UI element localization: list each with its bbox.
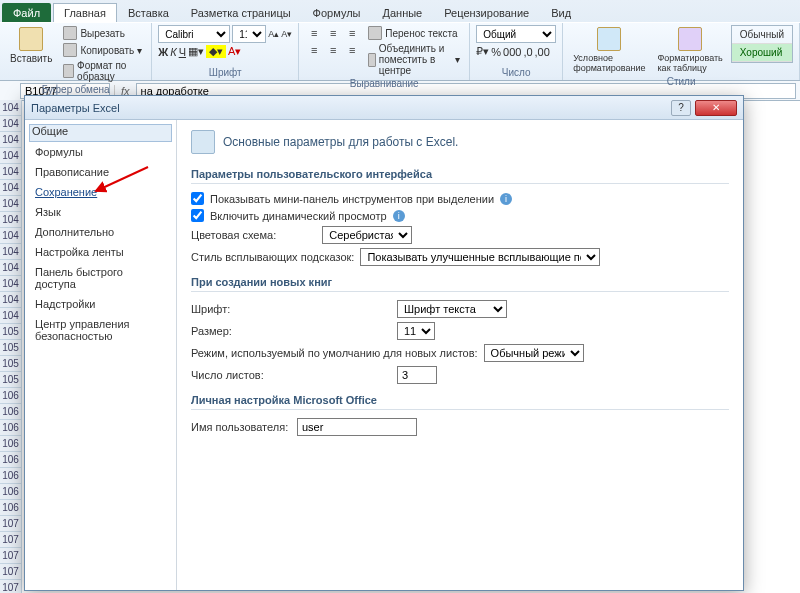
row-header[interactable]: 104 (0, 196, 21, 212)
nav-customize-ribbon[interactable]: Настройка ленты (29, 242, 172, 262)
increase-font-button[interactable]: A▴ (268, 29, 279, 39)
nav-general[interactable]: Общие (29, 124, 172, 142)
default-view-select[interactable]: Обычный режим (484, 344, 584, 362)
tab-view[interactable]: Вид (540, 3, 582, 22)
row-header[interactable]: 104 (0, 276, 21, 292)
number-format-select[interactable]: Общий (476, 25, 556, 43)
align-top-button[interactable]: ≡ (305, 25, 323, 41)
tab-insert[interactable]: Вставка (117, 3, 180, 22)
row-header[interactable]: 106 (0, 500, 21, 516)
nav-language[interactable]: Язык (29, 202, 172, 222)
row-header[interactable]: 104 (0, 244, 21, 260)
dialog-help-button[interactable]: ? (671, 100, 691, 116)
nav-proofing[interactable]: Правописание (29, 162, 172, 182)
tab-file[interactable]: Файл (2, 3, 51, 22)
paste-button[interactable]: Вставить (6, 25, 56, 66)
row-header[interactable]: 107 (0, 564, 21, 580)
tab-home[interactable]: Главная (53, 3, 117, 22)
cut-button[interactable]: Вырезать (60, 25, 145, 41)
merge-center-button[interactable]: Объединить и поместить в центре ▾ (365, 42, 463, 77)
font-color-button[interactable]: A▾ (228, 45, 241, 58)
nav-advanced[interactable]: Дополнительно (29, 222, 172, 242)
fill-color-button[interactable]: ◆▾ (206, 45, 226, 58)
row-header[interactable]: 105 (0, 356, 21, 372)
increase-decimal-button[interactable]: ,0 (523, 46, 532, 58)
format-painter-button[interactable]: Формат по образцу (60, 59, 145, 83)
row-header[interactable]: 106 (0, 404, 21, 420)
cell-styles-gallery[interactable]: Обычный Хороший (731, 25, 793, 63)
row-header[interactable]: 107 (0, 548, 21, 564)
info-icon[interactable]: i (500, 193, 512, 205)
info-icon[interactable]: i (393, 210, 405, 222)
row-header[interactable]: 107 (0, 532, 21, 548)
row-header[interactable]: 106 (0, 484, 21, 500)
options-dialog: Параметры Excel ? ✕ Общие Формулы Правоп… (24, 95, 744, 591)
row-header[interactable]: 105 (0, 372, 21, 388)
sheets-count-input[interactable] (397, 366, 437, 384)
wrap-text-button[interactable]: Перенос текста (365, 25, 463, 41)
row-header[interactable]: 104 (0, 292, 21, 308)
tab-review[interactable]: Рецензирование (433, 3, 540, 22)
row-header[interactable]: 107 (0, 580, 21, 593)
align-right-button[interactable]: ≡ (343, 42, 361, 58)
percent-button[interactable]: % (491, 46, 501, 58)
bold-button[interactable]: Ж (158, 46, 168, 58)
row-header[interactable]: 104 (0, 116, 21, 132)
tooltip-style-select[interactable]: Показывать улучшенные всплывающие подска… (360, 248, 600, 266)
row-header[interactable]: 105 (0, 324, 21, 340)
font-name-select[interactable]: Calibri (158, 25, 230, 43)
row-header[interactable]: 106 (0, 436, 21, 452)
row-header[interactable]: 104 (0, 212, 21, 228)
align-left-button[interactable]: ≡ (305, 42, 323, 58)
decrease-font-button[interactable]: A▾ (281, 29, 292, 39)
nav-save[interactable]: Сохранение (29, 182, 172, 202)
row-header[interactable]: 104 (0, 100, 21, 116)
border-button[interactable]: ▦▾ (188, 45, 204, 58)
nav-formulas[interactable]: Формулы (29, 142, 172, 162)
row-header[interactable]: 104 (0, 132, 21, 148)
row-header[interactable]: 104 (0, 164, 21, 180)
decrease-decimal-button[interactable]: ,00 (535, 46, 550, 58)
nav-addins[interactable]: Надстройки (29, 294, 172, 314)
username-input[interactable] (297, 418, 417, 436)
format-as-table-button[interactable]: Форматировать как таблицу (653, 25, 726, 75)
nav-quick-access[interactable]: Панель быстрого доступа (29, 262, 172, 294)
row-header[interactable]: 104 (0, 308, 21, 324)
row-header[interactable]: 106 (0, 468, 21, 484)
tab-data[interactable]: Данные (371, 3, 433, 22)
chk-mini-toolbar[interactable] (191, 192, 204, 205)
font-size-select[interactable]: 11 (232, 25, 266, 43)
conditional-formatting-button[interactable]: Условное форматирование (569, 25, 649, 75)
chk-live-preview[interactable] (191, 209, 204, 222)
row-header[interactable]: 104 (0, 228, 21, 244)
dialog-titlebar[interactable]: Параметры Excel ? ✕ (25, 96, 743, 120)
group-alignment-label: Выравнивание (305, 77, 463, 91)
default-size-select[interactable]: 11 (397, 322, 435, 340)
row-header[interactable]: 104 (0, 260, 21, 276)
dialog-close-button[interactable]: ✕ (695, 100, 737, 116)
dialog-nav: Общие Формулы Правописание Сохранение Яз… (25, 120, 177, 590)
row-header[interactable]: 105 (0, 340, 21, 356)
italic-button[interactable]: К (170, 46, 176, 58)
row-header[interactable]: 106 (0, 420, 21, 436)
copy-button[interactable]: Копировать ▾ (60, 42, 145, 58)
row-header[interactable]: 106 (0, 388, 21, 404)
style-good[interactable]: Хороший (732, 44, 792, 62)
row-header[interactable]: 104 (0, 148, 21, 164)
default-font-select[interactable]: Шрифт текста (397, 300, 507, 318)
tab-formulas[interactable]: Формулы (302, 3, 372, 22)
row-header[interactable]: 106 (0, 452, 21, 468)
align-center-button[interactable]: ≡ (324, 42, 342, 58)
align-bottom-button[interactable]: ≡ (343, 25, 361, 41)
tab-page-layout[interactable]: Разметка страницы (180, 3, 302, 22)
color-scheme-select[interactable]: Серебристая (322, 226, 412, 244)
underline-button[interactable]: Ч (179, 46, 186, 58)
row-header[interactable]: 107 (0, 516, 21, 532)
comma-button[interactable]: 000 (503, 46, 521, 58)
currency-button[interactable]: ₽▾ (476, 45, 489, 58)
row-header[interactable]: 104 (0, 180, 21, 196)
nav-trust-center[interactable]: Центр управления безопасностью (29, 314, 172, 346)
align-middle-button[interactable]: ≡ (324, 25, 342, 41)
group-font: Calibri 11 A▴ A▾ Ж К Ч ▦▾ ◆▾ A▾ Шрифт (152, 23, 299, 80)
style-normal[interactable]: Обычный (732, 26, 792, 44)
